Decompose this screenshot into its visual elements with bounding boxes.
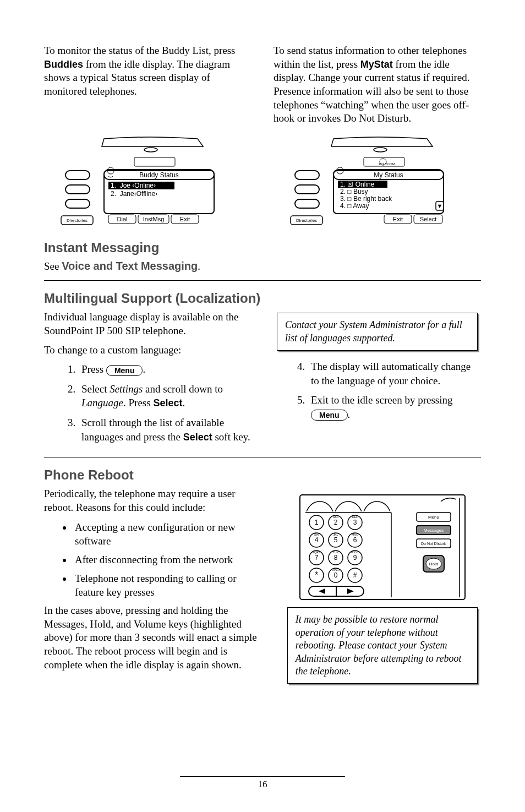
divider [44,280,481,281]
see-voice-text: See Voice and Text Messaging. [44,260,481,273]
reboot-p2: In the cases above, pressing and holding… [44,604,262,672]
t: . [143,363,145,375]
svg-point-21 [374,148,387,152]
svg-text:#: # [353,571,357,579]
svg-rect-39 [295,171,319,179]
t: Settings [110,383,143,395]
svg-text:3: 3 [353,519,357,526]
svg-text:Dial: Dial [117,216,127,222]
t: Language [81,397,123,408]
bullet-3: Telephone not responding to calling or f… [73,571,262,600]
buddy-status-figure: POLYCOM Buddy Status 1. Joe ‹Online› 2. … [44,137,251,230]
svg-text:Directories: Directories [66,218,87,223]
svg-text:ABC: ABC [333,515,339,519]
t: See [44,260,62,272]
step-2: Select Settings and scroll down to Langu… [78,382,251,410]
mystat-intro: To send status information to other tele… [274,44,481,126]
reboot-heading: Phone Reboot [44,467,481,483]
buddies-label: Buddies [44,59,83,70]
t: Exit to the idle screen by pressing [311,394,453,406]
instant-messaging-heading: Instant Messaging [44,240,481,255]
mystat-label: MyStat [360,59,393,70]
svg-rect-40 [295,185,319,194]
svg-text:▼: ▼ [436,203,442,209]
divider [44,457,481,457]
t: Press [81,363,106,375]
svg-text:1. ☒ Online: 1. ☒ Online [340,181,375,188]
multi-p2: To change to a custom language: [44,344,251,357]
step-5: Exit to the idle screen by pressing Menu… [308,393,481,421]
select-label: Select [153,397,182,408]
svg-text:4: 4 [315,536,319,544]
t: To monitor the status of the Buddy List,… [44,45,236,56]
svg-text:MNO: MNO [352,533,358,536]
page-footer: 16 [0,776,525,790]
menu-key: Menu [106,365,143,376]
svg-text:TUV: TUV [333,551,339,554]
page-number: 16 [258,779,267,789]
svg-text:GHI: GHI [314,533,319,536]
svg-text:8: 8 [334,554,338,562]
svg-point-0 [144,148,157,152]
svg-rect-41 [295,199,319,208]
svg-rect-16 [65,171,90,179]
step-1: Press Menu. [78,362,251,377]
t: . Press [123,397,153,408]
svg-text:2: 2 [334,519,338,526]
svg-rect-3 [134,157,175,166]
reboot-p1: Periodically, the telephone may require … [44,487,262,514]
svg-text:5: 5 [334,536,338,544]
svg-text:Select: Select [419,216,436,222]
multi-steps-left: Press Menu. Select Settings and scroll d… [44,362,251,444]
svg-text:Directories: Directories [296,218,316,223]
multi-steps-right: The display will automatically change to… [274,359,481,422]
menu-key-2: Menu [311,410,348,421]
t: . [198,260,200,272]
svg-rect-17 [65,185,90,194]
buddy-intro: To monitor the status of the Buddy List,… [44,44,251,99]
svg-text:PQRS: PQRS [313,551,321,554]
svg-text:4. □ Away: 4. □ Away [340,202,369,210]
svg-text:0: 0 [334,571,338,579]
svg-text:6: 6 [353,536,357,544]
svg-text:POLYCOM: POLYCOM [379,162,395,166]
t: soft key. [212,431,250,443]
reboot-bullets: Accepting a new configuration or new sof… [44,520,262,600]
select-label-2: Select [183,432,212,443]
t: and scroll down to [143,383,223,395]
svg-text:2.  Jane‹Offline›: 2. Jane‹Offline› [111,190,157,198]
step-4: The display will automatically change to… [308,359,481,388]
svg-text:JKL: JKL [333,533,338,536]
svg-text:Menu: Menu [428,515,439,520]
svg-text:Exit: Exit [179,216,189,222]
svg-text:My Status: My Status [374,171,403,179]
t: . [348,408,351,420]
my-status-figure: POLYCOM My Status 1. ☒ Online 2. □ Busy … [274,137,481,230]
svg-text:1: 1 [315,519,319,526]
t: Select [81,383,110,395]
svg-text:Buddy Status: Buddy Status [139,171,178,179]
multi-p1: Individual language display is available… [44,310,251,337]
t: . [182,397,185,408]
bullet-2: After disconnecting from the network [73,553,262,567]
svg-text:Hold: Hold [429,562,438,566]
svg-text:9: 9 [353,554,357,562]
svg-text:InstMsg: InstMsg [143,216,164,222]
svg-text:Exit: Exit [392,216,402,222]
bullet-1: Accepting a new configuration or new sof… [73,520,262,548]
svg-text:1.  Joe ‹Online›: 1. Joe ‹Online› [111,182,156,189]
see-link: Voice and Text Messaging [62,260,198,272]
keypad-figure: 1 2ABC 3DEF 4GHI 5JKL 6MNO 7PQRS [284,489,481,605]
svg-rect-18 [65,199,90,208]
svg-text:OPER: OPER [332,568,340,571]
step-3: Scroll through the list of available lan… [78,416,251,444]
svg-text:Messages: Messages [424,528,444,533]
svg-text:7: 7 [315,554,319,562]
reboot-note: It may be possible to restore normal ope… [287,607,478,684]
lang-note: Contact your System Administrator for a … [277,313,478,351]
svg-text:*: * [315,570,318,580]
svg-text:3. □ Be right back: 3. □ Be right back [340,195,392,203]
multilingual-heading: Multilingual Support (Localization) [44,291,481,306]
svg-text:2. □ Busy: 2. □ Busy [340,188,368,195]
svg-text:WXYZ: WXYZ [351,551,359,554]
